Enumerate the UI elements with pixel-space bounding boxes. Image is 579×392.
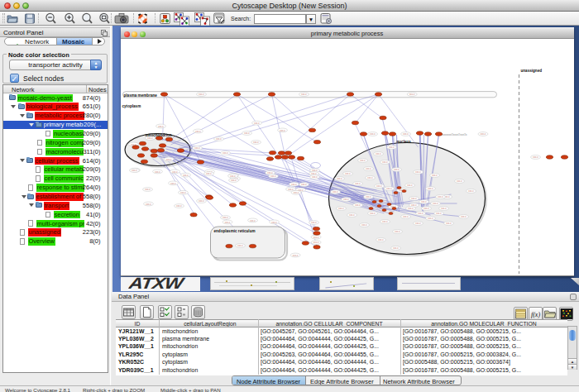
svg-text:xxx-x: xxx-x <box>312 175 318 179</box>
svg-text:xxx-x: xxx-x <box>145 188 151 191</box>
svg-text:xxx-x: xxx-x <box>337 177 342 180</box>
svg-text:xxx-x: xxx-x <box>468 189 474 193</box>
svg-text:xxx-x: xxx-x <box>333 190 338 194</box>
svg-text:xxx-x: xxx-x <box>432 174 438 177</box>
svg-text:xxx-x: xxx-x <box>224 221 230 224</box>
svg-text:xxx-x: xxx-x <box>244 131 250 135</box>
svg-text:xxx-x: xxx-x <box>195 130 201 133</box>
svg-text:xxx-x: xxx-x <box>366 195 371 198</box>
svg-text:xxx-x: xxx-x <box>436 212 442 215</box>
svg-text:xxx-x: xxx-x <box>158 125 164 128</box>
svg-text:xxx-x: xxx-x <box>376 152 381 155</box>
svg-text:xxx-x: xxx-x <box>355 182 361 185</box>
svg-text:xxx-x: xxx-x <box>461 215 467 218</box>
svg-text:xxx-x: xxx-x <box>180 191 186 194</box>
svg-text:xxx-x: xxx-x <box>415 170 421 174</box>
svg-text:xxx-x: xxx-x <box>223 151 228 155</box>
svg-text:xxx-x: xxx-x <box>408 207 414 210</box>
svg-text:xxx-x: xxx-x <box>199 93 204 96</box>
svg-text:xxx-x: xxx-x <box>280 129 285 132</box>
svg-text:xxx-x: xxx-x <box>345 172 351 175</box>
svg-text:xxx-x: xxx-x <box>338 207 344 210</box>
svg-text:xxx-x: xxx-x <box>395 230 400 233</box>
svg-text:xxx-x: xxx-x <box>376 184 382 188</box>
svg-text:xxx-x: xxx-x <box>411 197 417 200</box>
svg-text:xxx-x: xxx-x <box>382 160 388 164</box>
svg-text:xxx-x: xxx-x <box>194 146 200 150</box>
svg-text:xxx-x: xxx-x <box>301 183 307 186</box>
svg-text:xxx-x: xxx-x <box>291 183 297 186</box>
svg-text:xxx-x: xxx-x <box>270 174 276 178</box>
svg-text:xxx-x: xxx-x <box>421 200 427 203</box>
svg-text:mitochondrion: mitochondrion <box>145 133 171 137</box>
svg-text:xxx-x: xxx-x <box>366 167 371 170</box>
svg-text:xxx-x: xxx-x <box>165 158 171 161</box>
svg-text:xxx-x: xxx-x <box>423 207 429 210</box>
svg-text:xxx-x: xxx-x <box>360 159 366 162</box>
svg-text:xxx-x: xxx-x <box>292 254 298 257</box>
svg-text:xxx-x: xxx-x <box>301 93 307 96</box>
svg-text:xxx-x: xxx-x <box>132 169 137 172</box>
svg-text:xxx-x: xxx-x <box>216 137 222 141</box>
svg-text:xxx-x: xxx-x <box>293 191 299 194</box>
svg-text:xxxxxxxxOxxxxOxxxOx: xxxxxxxxOxxxxOxxxOx <box>441 133 467 136</box>
svg-text:xxx-x: xxx-x <box>457 179 462 183</box>
svg-text:xxx-x: xxx-x <box>433 202 438 205</box>
svg-text:xxx-x: xxx-x <box>343 198 349 201</box>
svg-text:xxx-x: xxx-x <box>382 220 388 223</box>
svg-text:xxx-x: xxx-x <box>206 172 212 175</box>
svg-text:xxx-x: xxx-x <box>254 122 260 125</box>
svg-text:xxx-x: xxx-x <box>223 216 228 219</box>
svg-text:xxx-x: xxx-x <box>394 168 400 171</box>
svg-text:xxx-x: xxx-x <box>389 146 395 149</box>
svg-text:xxx-x: xxx-x <box>253 141 259 144</box>
svg-text:xxx-x: xxx-x <box>370 212 376 215</box>
svg-text:xxx-x: xxx-x <box>313 241 318 244</box>
svg-text:xxx-x: xxx-x <box>231 179 237 182</box>
svg-text:xxx-x: xxx-x <box>271 221 277 224</box>
svg-text:cytoplasm: cytoplasm <box>122 104 141 108</box>
svg-text:xxx-x: xxx-x <box>370 132 376 136</box>
svg-text:nucleus: nucleus <box>396 140 411 144</box>
svg-text:xxx-x: xxx-x <box>415 222 421 225</box>
svg-text:xxx-x: xxx-x <box>313 236 318 239</box>
svg-text:xxx-x: xxx-x <box>393 246 399 250</box>
svg-text:xxx-x: xxx-x <box>446 222 452 225</box>
svg-text:xxx-x: xxx-x <box>403 215 409 218</box>
svg-text:xxx-x: xxx-x <box>230 174 236 178</box>
svg-text:endoplasmic reticulum: endoplasmic reticulum <box>213 229 255 233</box>
svg-text:xxx-x: xxx-x <box>418 212 423 215</box>
svg-text:xxx-x: xxx-x <box>367 176 373 179</box>
svg-text:xxx-x: xxx-x <box>172 170 178 174</box>
svg-text:xxx-x: xxx-x <box>170 182 176 185</box>
svg-text:xxx-x: xxx-x <box>438 195 443 198</box>
svg-text:xxx-x: xxx-x <box>378 238 384 241</box>
svg-text:xxx-x: xxx-x <box>428 217 433 220</box>
svg-text:xxx-x: xxx-x <box>250 219 256 222</box>
svg-text:xxx-x: xxx-x <box>386 187 392 190</box>
svg-text:plasma membrane: plasma membrane <box>123 93 157 98</box>
svg-text:xxx-x: xxx-x <box>533 155 538 159</box>
svg-text:xxx-x: xxx-x <box>176 204 182 208</box>
svg-text:xxx-x: xxx-x <box>147 136 153 140</box>
svg-text:xxx-x: xxx-x <box>311 221 317 224</box>
svg-text:f(x): f(x) <box>531 311 540 318</box>
svg-text:xxx-x: xxx-x <box>480 132 486 136</box>
svg-text:xxx-x: xxx-x <box>361 223 367 227</box>
svg-text:xxx-x: xxx-x <box>409 93 414 96</box>
svg-text:xxx-x: xxx-x <box>146 203 151 206</box>
svg-text:xxx-x: xxx-x <box>349 213 355 217</box>
svg-text:xxx-x: xxx-x <box>155 170 160 174</box>
svg-text:xxx-x: xxx-x <box>237 244 243 247</box>
svg-text:unassigned: unassigned <box>520 69 542 73</box>
svg-text:xxx-x: xxx-x <box>441 207 447 210</box>
svg-text:xxx-x: xxx-x <box>403 132 409 136</box>
svg-text:xxx-x: xxx-x <box>183 174 189 177</box>
svg-text:xxx-x: xxx-x <box>428 187 433 190</box>
svg-text:xxx-x: xxx-x <box>407 184 413 187</box>
svg-text:xxx-x: xxx-x <box>199 199 204 203</box>
svg-text:xxx-x: xxx-x <box>355 203 361 207</box>
